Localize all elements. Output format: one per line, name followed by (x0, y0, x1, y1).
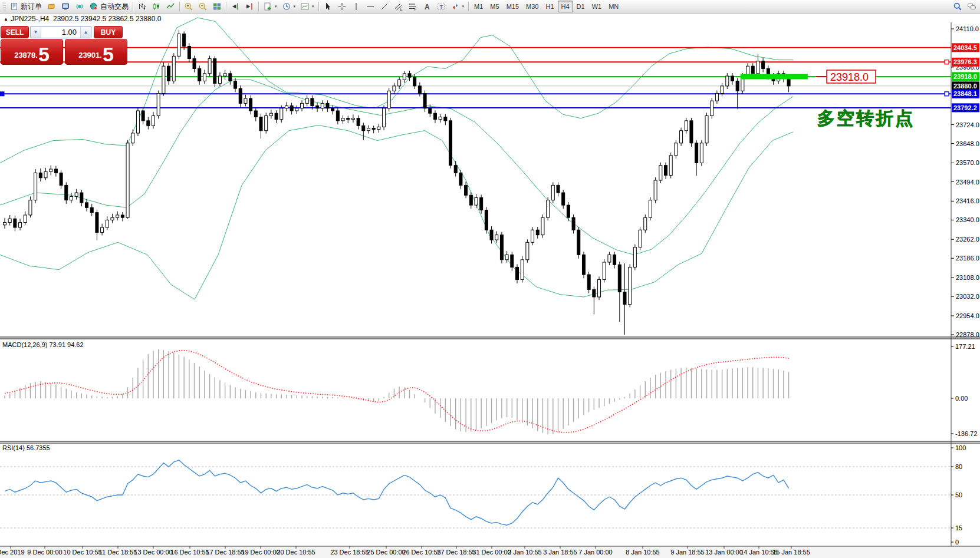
dropdown-caret-icon: ▾ (312, 4, 314, 9)
candlestick-chart-button[interactable] (149, 0, 163, 13)
svg-text:177.21: 177.21 (955, 343, 975, 350)
search-button[interactable] (951, 0, 965, 13)
one-click-trading-panel: SELL ▼ ▲ BUY 23878.5 23901.5 (1, 26, 127, 65)
volume-input[interactable] (41, 27, 80, 38)
market-watch-button[interactable] (58, 0, 73, 13)
svg-text:23186.0: 23186.0 (956, 255, 979, 262)
svg-text:23570.0: 23570.0 (956, 159, 979, 166)
time-axis-label: 26 Dec 10:55 (402, 549, 440, 556)
zoomout-icon (198, 2, 208, 11)
fibonacci-tool-button[interactable]: F (406, 0, 420, 13)
svg-text:0: 0 (955, 539, 959, 546)
volume-stepper: ▼ ▲ (30, 26, 91, 38)
chart-canvas[interactable]: 23918.0多空转折点MACD(12,26,9) 73.91 94.62RSI… (0, 0, 980, 558)
toolbar-separator (468, 2, 469, 11)
svg-text:A: A (425, 3, 430, 11)
volume-decrease-button[interactable]: ▼ (31, 27, 41, 38)
chart-title: ▲JPN225-,H4 23902.5 23942.5 23862.5 2388… (4, 15, 161, 23)
vertical-line-tool-button[interactable] (349, 0, 363, 13)
new-chart-button[interactable] (44, 0, 58, 13)
volume-increase-button[interactable]: ▲ (80, 27, 91, 38)
buy-price-pip: 5 (103, 45, 114, 63)
svg-text:23340.0: 23340.0 (956, 216, 979, 223)
text-tool-button[interactable]: A (420, 0, 434, 13)
timeframe-D1-button[interactable]: D1 (573, 1, 588, 12)
dropdown-caret-icon: ▾ (275, 4, 277, 9)
svg-text:23792.2: 23792.2 (953, 104, 977, 111)
timeframe-M30-button[interactable]: M30 (522, 1, 542, 12)
timeframe-H4-button[interactable]: H4 (558, 1, 573, 12)
time-axis-label: 11 Dec 18:55 (99, 549, 137, 556)
toolbar-separator (133, 2, 133, 11)
timeframe-MN-button[interactable]: MN (605, 1, 622, 12)
svg-text:23976.3: 23976.3 (953, 58, 977, 65)
svg-text:23032.0: 23032.0 (956, 293, 979, 300)
trendline-tool-button[interactable] (377, 0, 392, 13)
timeframe-M5-button[interactable]: M5 (486, 1, 502, 12)
indicators-icon (263, 2, 272, 11)
toolbar: 新订单自动交易▾▾▾EFAT▾M1M5M15M30H1H4D1W1MN (0, 0, 980, 14)
sell-button[interactable]: SELL (1, 26, 29, 38)
indicators-menu-button[interactable]: ▾ (261, 0, 279, 13)
channel-tool-button[interactable]: E (392, 0, 406, 13)
time-axis-label: 15 Jan 18:55 (772, 549, 810, 556)
auto-trading-button[interactable]: 自动交易 (87, 0, 131, 13)
timeframe-M1-button[interactable]: M1 (471, 1, 486, 12)
svg-text:23848.1: 23848.1 (953, 90, 977, 97)
buy-price-main: 23901. (78, 48, 102, 63)
shiftend-icon (231, 2, 240, 11)
text-label-tool-button[interactable]: T (434, 0, 448, 13)
community-chat-button[interactable] (965, 0, 979, 13)
chart-shift-button[interactable] (242, 0, 256, 13)
amber-icon (47, 2, 56, 11)
cursor-tool-button[interactable] (321, 0, 335, 13)
data-window-button[interactable] (73, 0, 87, 13)
svg-text:24034.5: 24034.5 (953, 44, 977, 51)
horizontal-line-tool-button[interactable] (363, 0, 377, 13)
svg-text:23724.0: 23724.0 (956, 121, 979, 128)
fibo-icon: F (408, 2, 417, 11)
svg-text:RSI(14) 56.7355: RSI(14) 56.7355 (2, 444, 50, 451)
crosshair-tool-button[interactable] (335, 0, 349, 13)
periods-menu-button[interactable]: ▾ (279, 0, 298, 13)
arrows-tool-button[interactable]: ▾ (448, 0, 467, 13)
time-axis-label: 10 Dec 10:55 (63, 549, 101, 556)
timeframe-W1-button[interactable]: W1 (588, 1, 606, 12)
svg-text:80: 80 (955, 463, 962, 470)
buy-price-display[interactable]: 23901.5 (65, 39, 127, 65)
zoom-in-button[interactable] (182, 0, 196, 13)
toolbar-separator (258, 2, 259, 11)
sell-price-pip: 5 (38, 45, 50, 63)
symbol-period-label: JPN225-,H4 (11, 15, 49, 23)
tile-windows-button[interactable] (210, 0, 224, 13)
doc-icon (9, 2, 19, 11)
time-axis-label: 13 Dec 00:00 (134, 549, 172, 556)
search-icon (953, 2, 962, 11)
svg-text:-136.72: -136.72 (955, 430, 977, 437)
svg-text:E: E (400, 7, 403, 11)
new-order-button[interactable]: 新订单 (7, 0, 44, 13)
svg-text:24110.0: 24110.0 (956, 25, 979, 32)
zoom-out-button[interactable] (196, 0, 210, 13)
labelT-icon: T (436, 2, 446, 11)
svg-text:23918.0: 23918.0 (830, 71, 869, 83)
turning-point-annotation: 多空转折点 (817, 108, 915, 128)
svg-text:22954.0: 22954.0 (956, 312, 979, 319)
scroll-to-end-button[interactable] (228, 0, 242, 13)
line-chart-button[interactable] (163, 0, 177, 13)
svg-text:23108.0: 23108.0 (956, 274, 979, 281)
tiles-icon (212, 2, 222, 11)
time-axis-label: Dec 2019 (0, 549, 25, 556)
buy-button[interactable]: BUY (94, 26, 123, 38)
time-axis-label: 23 Dec 18:55 (330, 549, 369, 556)
templates-menu-button[interactable]: ▾ (298, 0, 317, 13)
chart-collapse-icon[interactable]: ▲ (4, 16, 8, 22)
timeframe-M15-button[interactable]: M15 (503, 1, 522, 12)
sell-price-main: 23878. (14, 48, 38, 63)
channel-icon: E (394, 2, 403, 11)
dropdown-caret-icon: ▾ (462, 4, 465, 9)
timeframe-H1-button[interactable]: H1 (542, 1, 557, 12)
sell-price-display[interactable]: 23878.5 (1, 39, 63, 65)
bar-chart-button[interactable] (135, 0, 149, 13)
time-axis-label: 3 Jan 18:55 (543, 549, 577, 556)
